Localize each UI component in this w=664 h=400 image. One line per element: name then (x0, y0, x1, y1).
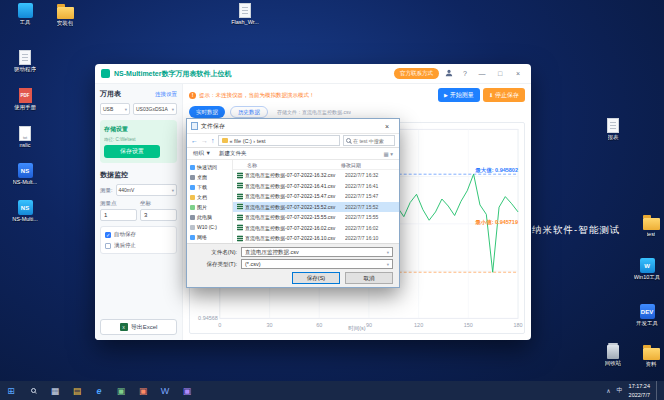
file-row[interactable]: 直流电压监控数据-07-07-2022-15.47.csv2022/7/7 15… (233, 191, 399, 202)
app-button-1[interactable]: ▣ (110, 381, 132, 400)
breadcrumb[interactable]: « file (C:) › test (218, 135, 341, 146)
start-button[interactable]: ⊞ (0, 381, 22, 400)
tool-app-icon: W (640, 258, 655, 273)
back-icon[interactable]: ← (191, 137, 198, 144)
bus-select[interactable]: USB▾ (100, 103, 130, 115)
file-row[interactable]: 直流电压监控数据-07-07-2022-16.10.csv2022/7/7 16… (233, 233, 399, 243)
desktop-icon[interactable]: 资料 (632, 344, 664, 368)
tab-history[interactable]: 历史数据 (230, 106, 268, 118)
desktop-icon[interactable]: 安装包 (46, 3, 84, 27)
loop-save-checkbox[interactable]: 满后停止 (105, 242, 172, 249)
file-row[interactable]: 直流电压监控数据-07-07-2022-15.52.csv2022/7/7 15… (233, 202, 399, 213)
svg-text:0.94568: 0.94568 (198, 315, 218, 321)
desktop-icon[interactable]: DEV 开发工具 (628, 304, 664, 327)
dialog-sidebar-list: 快速访问桌面下载文档图片此电脑W10 (C:)网络 (187, 160, 233, 243)
coord-input[interactable] (140, 209, 177, 221)
filename-input[interactable] (245, 249, 387, 255)
desktop-icon[interactable]: 工具 (6, 3, 44, 26)
help-icon[interactable]: ? (459, 70, 471, 77)
app-titlebar[interactable]: NS-Multimeter数字万用表软件上位机 官方联系方式 ? — □ × (95, 64, 531, 84)
folder-icon (190, 235, 195, 240)
desktop-icon[interactable]: test (632, 214, 664, 237)
dialog-tree-item[interactable]: 文档 (187, 192, 232, 202)
dialog-titlebar[interactable]: 文件保存 × (187, 119, 399, 133)
app-button-2[interactable]: ▣ (132, 381, 154, 400)
filename-combo[interactable]: ▾ (241, 247, 393, 257)
dialog-tree-item[interactable]: 图片 (187, 202, 232, 212)
desktop-icon[interactable]: 驱动程序 (6, 50, 44, 73)
desktop-icon[interactable]: W Win10工具 (628, 258, 664, 281)
desktop-icon[interactable]: NS NS-Mult... (6, 163, 44, 185)
minimize-button[interactable]: — (475, 70, 489, 77)
auto-save-checkbox[interactable]: ✓ 自动保存 (105, 231, 172, 238)
dialog-footer: 文件名(N): ▾ 保存类型(T): (*.csv) ▾ 保存(S) 取消 (187, 243, 399, 287)
connect-settings-link[interactable]: 连接设置 (155, 91, 177, 98)
file-row[interactable]: 直流电压监控数据-07-07-2022-16.02.csv2022/7/7 16… (233, 223, 399, 234)
file-explorer-button[interactable]: ▤ (66, 381, 88, 400)
document-icon (239, 3, 251, 18)
file-name: 直流电压监控数据-07-07-2022-16.32.csv (245, 172, 345, 178)
app-button-3[interactable]: W (154, 381, 176, 400)
tab-realtime[interactable]: 实时数据 (189, 106, 225, 118)
file-list-header[interactable]: 名称 修改日期 (233, 160, 399, 170)
column-name[interactable]: 名称 (233, 162, 341, 168)
search-box[interactable] (343, 135, 395, 146)
save-settings-button[interactable]: 保存设置 (104, 145, 160, 158)
dialog-tree-item[interactable]: 快速访问 (187, 162, 232, 172)
up-icon[interactable]: ↑ (211, 137, 215, 144)
point-input[interactable] (100, 209, 137, 221)
svg-text:150: 150 (464, 322, 473, 328)
chevron-down-icon: ▾ (172, 107, 174, 112)
range-select[interactable]: 440mV▾ (116, 184, 177, 196)
maximize-button[interactable]: □ (493, 70, 507, 77)
dialog-tree-item[interactable]: 网络 (187, 232, 232, 242)
cancel-button[interactable]: 取消 (345, 272, 393, 284)
folder-icon (190, 225, 195, 230)
task-view-button[interactable]: ▦ (44, 381, 66, 400)
search-input[interactable] (353, 138, 392, 144)
organize-menu[interactable]: 组织 ▼ (193, 150, 211, 157)
desktop-icon[interactable]: 回收站 (594, 344, 632, 367)
clock[interactable]: 17:17:24 2022/7/7 (629, 382, 650, 399)
search-icon (346, 138, 351, 143)
max-value-label: 最大值: 0.945802 (475, 167, 518, 174)
desktop-icon[interactable]: NS NS-Multi... (6, 200, 44, 222)
notification-area-button[interactable] (656, 381, 660, 400)
device-select[interactable]: US03GxDS1A▾ (133, 103, 177, 115)
start-measure-button[interactable]: ▶ 开始测量 (438, 88, 480, 102)
file-date: 2022/7/7 15:52 (345, 204, 399, 210)
file-date: 2022/7/7 16:41 (345, 183, 399, 189)
svg-text:30: 30 (266, 322, 272, 328)
dialog-tree-item[interactable]: 桌面 (187, 172, 232, 182)
desktop-icon[interactable]: Flash_Wr... (226, 3, 264, 25)
file-name: 直流电压监控数据-07-07-2022-15.52.csv (245, 204, 345, 210)
dialog-tree-item[interactable]: 下载 (187, 182, 232, 192)
app-button-4[interactable]: ▣ (176, 381, 198, 400)
new-folder-button[interactable]: 新建文件夹 (219, 150, 247, 157)
file-row[interactable]: 直流电压监控数据-07-07-2022-16.32.csv2022/7/7 16… (233, 170, 399, 181)
dialog-tree-item[interactable]: 此电脑 (187, 212, 232, 222)
ime-indicator[interactable]: 中 (617, 386, 623, 395)
edge-browser-button[interactable]: e (88, 381, 110, 400)
contact-button[interactable]: 官方联系方式 (394, 68, 439, 79)
file-row[interactable]: 直流电压监控数据-07-07-2022-15.55.csv2022/7/7 15… (233, 212, 399, 223)
dialog-tree-item[interactable]: W10 (C:) (187, 222, 232, 232)
desktop-icon[interactable]: 报表 (594, 118, 632, 141)
text-file-icon: txt (19, 126, 31, 141)
user-icon[interactable] (443, 69, 455, 78)
column-date[interactable]: 修改日期 (341, 162, 399, 168)
forward-icon[interactable]: → (201, 137, 208, 144)
search-button[interactable] (22, 381, 44, 400)
dialog-close-button[interactable]: × (379, 123, 395, 130)
export-excel-button[interactable]: X 导出Excel (100, 319, 177, 335)
desktop-icon[interactable]: PDF 使用手册 (6, 88, 44, 111)
tray-expand-icon[interactable]: ∧ (606, 387, 610, 394)
chevron-down-icon: ▾ (387, 250, 389, 255)
filetype-combo[interactable]: (*.csv) ▾ (241, 259, 393, 269)
file-row[interactable]: 直流电压监控数据-07-07-2022-16.41.csv2022/7/7 16… (233, 181, 399, 192)
save-button[interactable]: 保存(S) (292, 272, 340, 284)
view-toggle-button[interactable]: ▦ ▾ (384, 151, 394, 157)
desktop-icon[interactable]: txt nslic (6, 126, 44, 148)
stop-save-button[interactable]: ⬇ 停止保存 (483, 88, 525, 102)
close-button[interactable]: × (511, 70, 525, 77)
